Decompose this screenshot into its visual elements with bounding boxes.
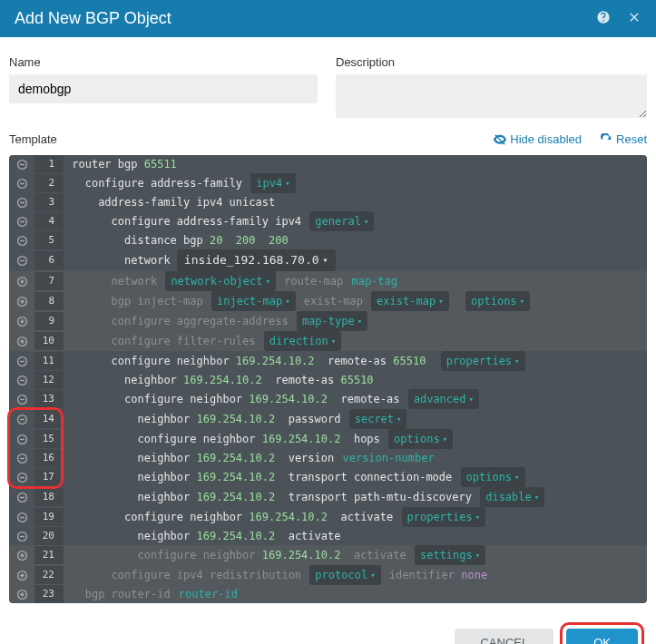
code-token: 169.254.10.2	[197, 468, 276, 486]
expand-icon[interactable]	[9, 336, 34, 347]
collapse-icon[interactable]	[9, 159, 34, 171]
dropdown-chip[interactable]: properties▾	[441, 351, 525, 371]
line-number: 14	[34, 410, 64, 428]
dropdown-chip[interactable]: properties▾	[402, 507, 486, 527]
code-token: activate	[275, 527, 340, 545]
collapse-icon[interactable]	[9, 492, 34, 503]
dropdown-chip[interactable]: map-type▾	[297, 311, 367, 331]
expand-icon[interactable]	[9, 589, 34, 600]
line-number: 1	[34, 155, 64, 173]
collapse-icon[interactable]	[9, 434, 34, 445]
dropdown-chip[interactable]: general▾	[309, 211, 374, 231]
editor-row: 3 address-family ipv4 unicast	[9, 193, 647, 211]
code-line[interactable]: bgp router-id router-id	[64, 585, 647, 603]
expand-icon[interactable]	[9, 316, 34, 327]
dropdown-chip[interactable]: disable▾	[480, 487, 544, 507]
code-token: configure neighbor	[112, 352, 236, 370]
expand-icon[interactable]	[9, 550, 34, 561]
code-token: 169.254.10.2	[249, 508, 328, 526]
editor-row: 20 neighbor 169.254.10.2 activate	[9, 527, 647, 545]
code-line[interactable]: network inside_192.168.70.0▾	[64, 249, 647, 271]
collapse-icon[interactable]	[9, 197, 34, 209]
dropdown-chip[interactable]: direction▾	[264, 331, 341, 351]
close-icon[interactable]	[627, 10, 641, 28]
editor-row: 15 configure neighbor 169.254.10.2 hops …	[9, 429, 647, 449]
code-line[interactable]: neighbor 169.254.10.2 remote-as 65510	[64, 371, 647, 389]
collapse-icon[interactable]	[9, 178, 34, 190]
dropdown-chip[interactable]: options▾	[461, 467, 525, 487]
code-token: activate	[340, 546, 412, 564]
code-line[interactable]: configure filter-rules direction▾	[64, 331, 647, 351]
dropdown-chip[interactable]: protocol▾	[309, 565, 380, 585]
code-line[interactable]: configure neighbor 169.254.10.2 remote-a…	[64, 389, 647, 409]
collapse-icon[interactable]	[9, 235, 34, 247]
reset-label: Reset	[616, 132, 647, 146]
name-input[interactable]	[9, 74, 318, 103]
description-input[interactable]	[336, 74, 647, 118]
code-line[interactable]: configure ipv4 redistribution protocol▾ …	[64, 565, 647, 585]
code-line[interactable]: configure neighbor 169.254.10.2 remote-a…	[64, 351, 647, 371]
code-line[interactable]: neighbor 169.254.10.2 password secret▾	[64, 409, 647, 429]
code-line[interactable]: configure neighbor 169.254.10.2 hops opt…	[64, 429, 647, 449]
collapse-icon[interactable]	[9, 512, 34, 523]
editor-row: 9 configure aggregate-address map-type▾	[9, 311, 647, 331]
dropdown-chip[interactable]: options▾	[388, 429, 453, 449]
collapse-icon[interactable]	[9, 394, 34, 405]
expand-icon[interactable]	[9, 276, 34, 288]
code-token: version-number	[340, 449, 436, 467]
collapse-icon[interactable]	[9, 414, 34, 425]
code-token: router-id	[177, 585, 240, 603]
collapse-icon[interactable]	[9, 531, 34, 542]
code-line[interactable]: neighbor 169.254.10.2 transport connecti…	[64, 467, 647, 487]
code-line[interactable]: configure address-family ipv4 general▾	[64, 211, 647, 231]
code-token: 200	[269, 231, 289, 249]
code-token	[451, 292, 464, 310]
code-line[interactable]: configure address-family ipv4▾	[64, 173, 647, 193]
editor-row: 16 neighbor 169.254.10.2 version version…	[9, 449, 647, 467]
code-line[interactable]: network network-object▾ route-map map-ta…	[64, 271, 647, 291]
code-line[interactable]: neighbor 169.254.10.2 activate	[64, 527, 647, 545]
expand-icon[interactable]	[9, 570, 34, 581]
code-token	[256, 231, 269, 249]
code-token: distance bgp	[124, 231, 210, 249]
help-icon[interactable]	[596, 10, 611, 28]
code-line[interactable]: neighbor 169.254.10.2 transport path-mtu…	[64, 487, 647, 507]
collapse-icon[interactable]	[9, 255, 34, 267]
line-number: 22	[34, 566, 64, 584]
code-line[interactable]: bgp inject-map inject-map▾ exist-map exi…	[64, 291, 647, 311]
code-line[interactable]: address-family ipv4 unicast	[64, 193, 647, 211]
ok-button[interactable]: OK	[566, 629, 638, 644]
collapse-icon[interactable]	[9, 472, 34, 483]
collapse-icon[interactable]	[9, 375, 34, 386]
code-token: hops	[340, 430, 387, 448]
code-token: activate	[328, 508, 399, 526]
code-token: 169.254.10.2	[236, 352, 315, 370]
hide-disabled-button[interactable]: Hide disabled	[494, 132, 582, 146]
dropdown-chip[interactable]: exist-map▾	[371, 291, 448, 311]
dropdown-chip[interactable]: secret▾	[349, 409, 407, 429]
code-token: 20	[210, 231, 222, 249]
network-pill[interactable]: inside_192.168.70.0▾	[177, 249, 336, 271]
code-line[interactable]: configure neighbor 169.254.10.2 activate…	[64, 507, 647, 527]
collapse-icon[interactable]	[9, 216, 34, 228]
code-line[interactable]: router bgp 65511	[64, 155, 647, 173]
expand-icon[interactable]	[9, 296, 34, 307]
code-line[interactable]: configure aggregate-address map-type▾	[64, 311, 647, 331]
dropdown-chip[interactable]: inject-map▾	[211, 291, 296, 311]
dropdown-chip[interactable]: network-object▾	[165, 271, 276, 291]
dropdown-chip[interactable]: ipv4▾	[250, 173, 295, 193]
code-line[interactable]: distance bgp 20 200 200	[64, 231, 647, 249]
code-line[interactable]: configure neighbor 169.254.10.2 activate…	[64, 545, 647, 565]
code-token: configure neighbor	[124, 508, 249, 526]
dropdown-chip[interactable]: options▾	[465, 291, 530, 311]
dropdown-chip[interactable]: settings▾	[415, 545, 485, 565]
cancel-button[interactable]: CANCEL	[455, 629, 553, 644]
collapse-icon[interactable]	[9, 356, 34, 367]
code-token: network	[112, 272, 164, 290]
code-line[interactable]: neighbor 169.254.10.2 version version-nu…	[64, 449, 647, 467]
code-token: map-tag	[349, 272, 399, 290]
dropdown-chip[interactable]: advanced▾	[408, 389, 479, 409]
collapse-icon[interactable]	[9, 453, 34, 464]
code-token: remote-as	[328, 390, 406, 408]
reset-button[interactable]: Reset	[600, 132, 647, 146]
